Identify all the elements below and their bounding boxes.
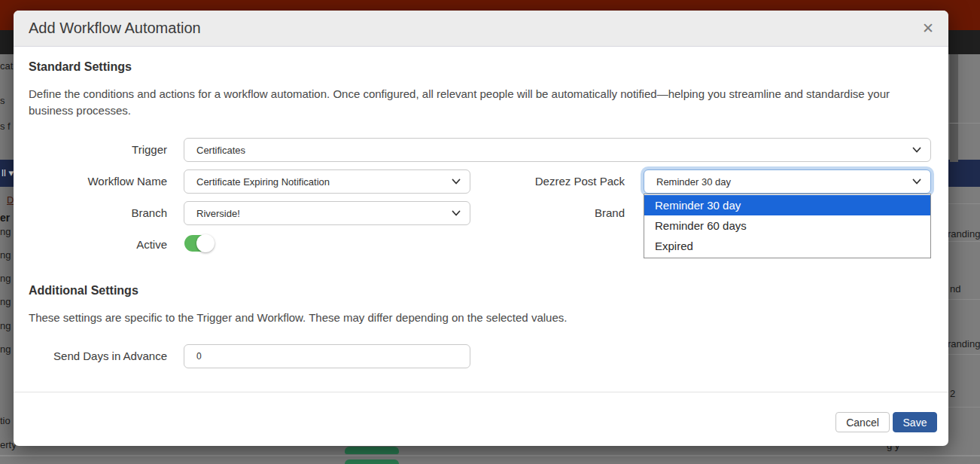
green-button-fragment [345,459,399,464]
clipped-text-fragment: s [0,95,5,106]
table-row-divider [948,241,980,242]
dialog-title: Add Workflow Automation [29,20,201,37]
table-row-divider [948,299,980,300]
clipped-text-fragment: er [0,212,10,224]
dezrez-post-pack-options: Reminder 30 dayReminder 60 daysExpired [644,194,931,258]
clipped-text-fragment: ng [0,273,11,284]
close-icon[interactable]: ✕ [922,20,934,38]
dezrez-post-pack-select[interactable]: Reminder 30 day [644,169,931,194]
send-days-in-advance-input[interactable] [184,344,470,368]
add-workflow-automation-dialog: Add Workflow Automation ✕ Standard Setti… [14,11,948,446]
send-days-in-advance-label: Send Days in Advance [29,344,167,368]
toggle-knob [196,234,215,252]
save-button[interactable]: Save [893,412,937,432]
clipped-text-fragment: 2 [950,388,955,399]
workflow-name-select-value: Certificate Expiring Notification [196,176,452,188]
workflow-name-select[interactable]: Certificate Expiring Notification [184,169,470,194]
clipped-text-fragment: ng [0,343,11,355]
branch-select[interactable]: Riverside! [184,201,470,225]
filter-dropdown-fragment: ll ▾ [2,167,14,179]
table-row-divider [948,203,980,204]
clipped-text-fragment: randing [948,228,980,240]
table-row-divider [948,123,980,124]
workflow-name-label: Workflow Name [29,169,167,194]
additional-settings-heading: Additional Settings [29,284,138,298]
clipped-text-fragment: ng [0,226,11,237]
clipped-text-fragment: nd [950,283,960,295]
dezrez-post-pack-label: Dezrez Post Pack [503,169,625,194]
active-toggle[interactable] [184,235,213,252]
cancel-button[interactable]: Cancel [835,412,890,432]
dropdown-option[interactable]: Reminder 60 days [644,215,930,236]
dropdown-option[interactable]: Expired [644,236,930,256]
brand-label: Brand [503,201,625,225]
clipped-text-fragment: s f [0,121,11,132]
trigger-select-value: Certificates [196,145,912,156]
page-scrollbar [950,54,958,162]
dialog-header: Add Workflow Automation ✕ [14,11,948,47]
table-row-divider [948,354,980,355]
clipped-text-fragment: ng [0,249,11,261]
clipped-text-fragment: ng [0,296,11,307]
active-label: Active [29,233,167,257]
table-row-divider [948,407,980,408]
additional-settings-description: These settings are specific to the Trigg… [29,310,915,326]
trigger-label: Trigger [29,138,167,162]
dropdown-option[interactable]: Reminder 30 day [644,195,930,215]
footer-divider [14,392,948,392]
clipped-text-fragment: tio [0,415,11,426]
trigger-select[interactable]: Certificates [184,138,931,162]
branch-label: Branch [29,201,167,225]
clipped-text-fragment: ng [0,320,11,331]
branch-select-value: Riverside! [196,208,452,219]
table-row-divider [0,455,980,456]
chevron-down-icon [452,177,461,186]
clipped-text-fragment: randing [948,338,980,350]
chevron-down-icon [452,209,461,218]
chevron-down-icon [912,177,921,186]
clipped-text-fragment: D [7,194,14,206]
green-button-fragment [345,447,399,454]
standard-settings-heading: Standard Settings [29,60,132,74]
clipped-text-fragment: cat [0,60,13,72]
chevron-down-icon [912,145,921,154]
dezrez-post-pack-select-value: Reminder 30 day [656,176,912,188]
standard-settings-description: Define the conditions and actions for a … [29,86,915,119]
